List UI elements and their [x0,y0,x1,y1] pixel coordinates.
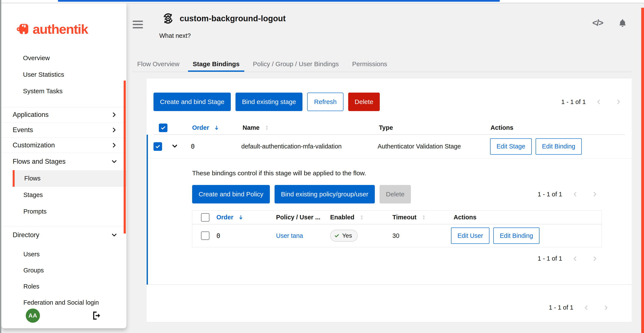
select-all-checkbox[interactable] [159,124,168,132]
column-header-actions: Actions [449,214,602,221]
window-left-edge [0,0,1,333]
next-page-icon[interactable] [612,99,625,105]
main-area: custom-background-logout What next? </> … [127,0,644,333]
stage-table-row[interactable]: 0 default-authentication-mfa-validation … [148,135,632,158]
sidebar-section-directory[interactable]: Directory [1,226,126,244]
sidebar-item-user-statistics[interactable]: User Statistics [1,66,126,83]
notifications-bell-icon[interactable] [618,19,627,28]
sortable-icon [264,125,270,130]
sidebar-item-system-tasks[interactable]: System Tasks [1,83,126,99]
edit-binding-button[interactable]: Edit Binding [493,227,540,244]
sidebar-item-roles[interactable]: Roles [13,278,126,294]
tab-flow-overview[interactable]: Flow Overview [132,58,184,72]
policy-order-value: 0 [212,232,276,239]
avatar[interactable]: AA [26,308,40,323]
sidebar-nav: Overview User Statistics System Tasks Ap… [1,50,126,312]
sidebar-item-prompts[interactable]: Prompts [13,203,126,220]
tab-policy-group-user-bindings[interactable]: Policy / Group / User Bindings [248,58,344,72]
timeout-value: 30 [388,232,449,239]
sign-out-icon[interactable] [92,311,101,320]
sidebar-item-flows[interactable]: Flows [13,170,126,187]
stage-order-value: 0 [191,143,241,150]
edit-user-button[interactable]: Edit User [451,227,490,244]
sidebar-section-label: Flows and Stages [13,158,66,165]
sidebar-section-label: Customization [13,141,55,149]
sort-descending-icon [238,215,244,220]
pagination-label: 1 - 1 of 1 [538,191,562,198]
column-header-timeout[interactable]: Timeout [388,214,449,221]
check-icon [334,233,340,238]
create-and-bind-policy-button[interactable]: Create and bind Policy [192,185,270,203]
sidebar-section-applications[interactable]: Applications [1,107,126,122]
menu-toggle-icon[interactable] [133,21,143,28]
row-checkbox[interactable] [201,231,210,240]
page-scrollbar[interactable] [641,8,644,333]
column-header-enabled[interactable]: Enabled [326,214,388,221]
enabled-badge: Yes [330,230,358,242]
sidebar-section-label: Applications [13,111,48,119]
sidebar-section-customization[interactable]: Customization [1,138,126,153]
previous-page-icon[interactable] [568,256,582,262]
previous-page-icon[interactable] [592,99,606,105]
edit-binding-button[interactable]: Edit Binding [536,138,582,155]
sidebar-section-flows-and-stages[interactable]: Flows and Stages [1,153,126,170]
sidebar-item-stages[interactable]: Stages [13,187,126,203]
row-checkbox[interactable] [154,142,162,151]
select-all-checkbox[interactable] [201,213,210,222]
column-header-order[interactable]: Order [192,124,242,131]
delete-policy-button[interactable]: Delete [380,185,411,203]
authentik-wordmark: authentik [33,22,88,37]
sidebar-scrollbar[interactable] [124,81,126,233]
tab-permissions[interactable]: Permissions [347,58,392,72]
sidebar-section-label: Directory [13,231,39,239]
pagination-label: 1 - 1 of 1 [549,304,573,311]
loading-progress-bar [58,0,500,2]
next-page-icon[interactable] [588,191,602,197]
create-and-bind-stage-button[interactable]: Create and bind Stage [154,93,231,111]
stage-expanded-section: These bindings control if this stage wil… [148,158,632,284]
sidebar-footer: AA [1,308,126,323]
bind-existing-policy-button[interactable]: Bind existing policy/group/user [274,185,375,203]
sortable-icon [359,215,364,220]
authentik-logo-icon [17,23,30,35]
previous-page-icon[interactable] [568,191,582,197]
flow-icon [162,13,174,25]
column-header-type: Type [379,124,490,131]
next-page-icon[interactable] [599,305,613,311]
policy-table-card: Order Policy / User ... Enabled Timeout [192,210,602,247]
tab-stage-bindings[interactable]: Stage Bindings [188,58,244,72]
delete-button[interactable]: Delete [348,93,380,111]
column-header-order[interactable]: Order [212,214,276,221]
next-page-icon[interactable] [588,256,602,262]
bind-existing-stage-button[interactable]: Bind existing stage [236,93,302,111]
chevron-right-icon [112,112,117,118]
sidebar-section-events[interactable]: Events [1,122,126,138]
previous-page-icon[interactable] [580,305,593,311]
column-header-actions: Actions [490,124,625,131]
stage-bindings-card: Create and bind Stage Bind existing stag… [146,78,632,322]
policy-user-link[interactable]: User tana [276,232,303,239]
row-expander-icon[interactable] [172,143,178,149]
column-header-name[interactable]: Name [242,124,379,131]
policy-pagination-top: 1 - 1 of 1 [538,191,602,198]
stage-toolbar: Create and bind Stage Bind existing stag… [146,78,632,111]
sidebar-item-federation-social-login[interactable]: Federation and Social login [13,294,126,311]
chevron-right-icon [112,127,117,133]
pagination-label: 1 - 1 of 1 [561,98,586,106]
page-title: custom-background-logout [180,14,286,23]
sidebar: authentik Overview User Statistics Syste… [1,3,127,328]
refresh-button[interactable]: Refresh [307,93,344,111]
edit-stage-button[interactable]: Edit Stage [490,138,532,155]
api-code-icon[interactable]: </> [592,18,603,28]
selected-stage-block: 0 default-authentication-mfa-validation … [146,135,632,285]
authentik-logo[interactable]: authentik [17,19,126,39]
sidebar-item-overview[interactable]: Overview [1,50,126,66]
policy-table-row[interactable]: 0 User tana Yes 30 Edit User Edit Bindin… [192,224,602,247]
stage-type-value: Authenticator Validation Stage [378,143,489,150]
page-subtitle: What next? [159,32,191,39]
sidebar-item-groups[interactable]: Groups [13,262,126,278]
column-header-policy-user: Policy / User ... [276,214,326,221]
stage-name-value: default-authentication-mfa-validation [241,143,378,150]
sidebar-section-label: Events [13,126,33,134]
sidebar-item-users[interactable]: Users [13,246,126,262]
